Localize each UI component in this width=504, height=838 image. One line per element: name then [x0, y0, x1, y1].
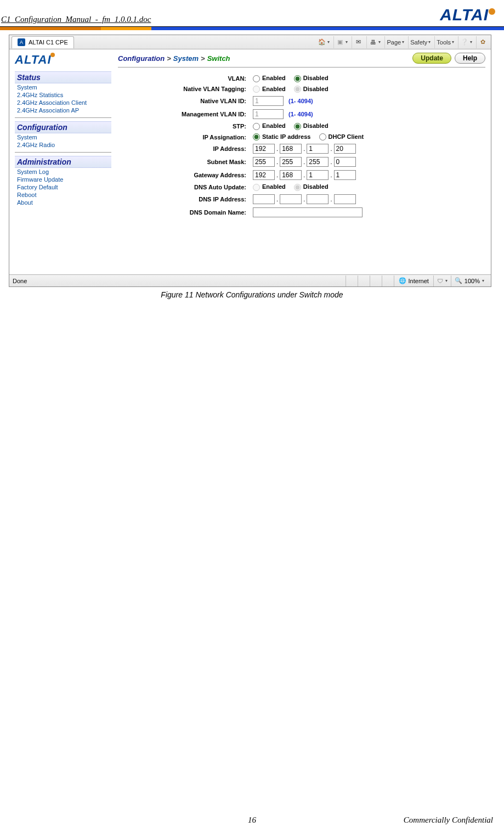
chevron-down-icon: ▾	[346, 40, 348, 44]
nav-link-24ghz-stats[interactable]: 2.4GHz Statistics	[15, 91, 111, 99]
mgmt-vlan-id-input[interactable]	[253, 109, 284, 119]
config-form: VLAN: Enabled Disabled Native VLAN Taggi…	[118, 73, 485, 219]
breadcrumb-system[interactable]: System	[173, 54, 199, 63]
nav-link-reboot[interactable]: Reboot	[15, 191, 111, 199]
vlan-enabled-option[interactable]: Enabled	[253, 75, 292, 81]
dns-octet-3[interactable]	[307, 194, 329, 204]
document-header: C1_Configuration_Manual_-_fm_1.0.0.1.doc…	[0, 0, 504, 27]
breadcrumb-leaf: Switch	[207, 54, 230, 63]
page-menu[interactable]: Page ▾	[384, 36, 406, 48]
print-button[interactable]: 🖶▾	[366, 36, 382, 48]
safety-menu[interactable]: Safety ▾	[408, 36, 432, 48]
dns-auto-disabled-option[interactable]: Disabled	[294, 183, 335, 190]
nav-link-24ghz-radio[interactable]: 2.4GHz Radio	[15, 141, 111, 149]
dns-octet-2[interactable]	[280, 194, 302, 204]
nav-link-about[interactable]: About	[15, 199, 111, 206]
label-vlan: VLAN:	[118, 73, 250, 84]
status-cell	[358, 275, 370, 286]
label-dns-auto-update: DNS Auto Update:	[118, 182, 250, 193]
zone-label: Internet	[409, 278, 429, 284]
mail-button[interactable]: ✉	[352, 36, 364, 48]
stp-disabled-option[interactable]: Disabled	[294, 122, 335, 129]
ip-octet-2[interactable]	[280, 144, 302, 154]
stp-enabled-radio[interactable]	[253, 123, 260, 130]
home-icon: 🏠	[318, 38, 326, 46]
label-native-vlan-tagging: Native VLAN Tagging:	[118, 84, 250, 95]
logo-dot-icon	[50, 53, 55, 57]
nvt-enabled-radio[interactable]	[253, 86, 260, 93]
zone-indicator[interactable]: 🌐 Internet	[394, 275, 433, 286]
zoom-control[interactable]: 🔍 100% ▾	[451, 275, 488, 286]
gw-octet-3[interactable]	[307, 170, 329, 180]
nav-link-24ghz-assoc-ap[interactable]: 2.4GHz Association AP	[15, 106, 111, 114]
vlan-disabled-option[interactable]: Disabled	[294, 75, 335, 81]
protected-mode-indicator[interactable]: 🛡 ▾	[433, 275, 451, 286]
help-button[interactable]: Help	[455, 53, 485, 64]
nav-link-config-system[interactable]: System	[15, 133, 111, 141]
gw-octet-4[interactable]	[334, 170, 356, 180]
nav-link-system[interactable]: System	[15, 83, 111, 91]
help-button[interactable]: ❔▾	[458, 36, 474, 48]
static-ip-radio[interactable]	[253, 133, 260, 140]
label-dns-ip-address: DNS IP Address:	[118, 193, 250, 206]
logo-text: ALTAI	[440, 5, 489, 24]
label-stp: STP:	[118, 121, 250, 132]
dns-auto-enabled-option[interactable]: Enabled	[253, 183, 292, 190]
nav-link-firmware-update[interactable]: Firmware Update	[15, 176, 111, 183]
dns-octet-4[interactable]	[334, 194, 356, 204]
nav-link-24ghz-assoc-client[interactable]: 2.4GHz Association Client	[15, 99, 111, 106]
dns-auto-enabled-radio[interactable]	[253, 184, 260, 191]
document-footer: 16 Commercially Confidential	[0, 815, 504, 825]
rss-icon: ▣	[336, 38, 344, 46]
addon-icon: ✿	[478, 38, 487, 46]
nvt-enabled-option[interactable]: Enabled	[253, 86, 292, 92]
stp-enabled-option[interactable]: Enabled	[253, 122, 292, 129]
dns-auto-disabled-radio[interactable]	[294, 184, 301, 191]
breadcrumb-root: Configuration	[118, 54, 165, 63]
nav-section-status: Status	[15, 71, 111, 83]
native-vlan-id-input[interactable]	[253, 96, 284, 106]
browser-window: A ALTAI C1 CPE 🏠▾ ▣▾ ✉ 🖶▾ Page ▾ Safety …	[9, 35, 491, 287]
ip-octet-4[interactable]	[334, 144, 356, 154]
gateway-address-field: . . .	[250, 168, 485, 182]
print-icon: 🖶	[369, 39, 377, 46]
vlan-disabled-radio[interactable]	[294, 75, 301, 82]
feeds-button[interactable]: ▣▾	[333, 36, 349, 48]
ip-octet-1[interactable]	[253, 144, 275, 154]
nav-divider	[15, 117, 111, 118]
chevron-down-icon: ▾	[428, 40, 431, 44]
dhcp-client-option[interactable]: DHCP Client	[319, 133, 371, 140]
chevron-down-icon: ▾	[482, 278, 484, 283]
logo-dot-icon	[489, 8, 495, 15]
nvt-disabled-radio[interactable]	[294, 86, 301, 93]
mask-octet-4[interactable]	[334, 157, 356, 167]
label-subnet-mask: Subnet Mask:	[118, 155, 250, 168]
main-content: Configuration > System > Switch Update H…	[115, 49, 491, 274]
dns-domain-name-input[interactable]	[253, 207, 363, 217]
label-ip-assignation: IP Assignation:	[118, 132, 250, 143]
mask-octet-3[interactable]	[307, 157, 329, 167]
ip-octet-3[interactable]	[307, 144, 329, 154]
globe-icon: 🌐	[399, 277, 406, 284]
vlan-enabled-radio[interactable]	[253, 75, 260, 82]
home-button[interactable]: 🏠▾	[316, 36, 331, 48]
vlan-range-hint: (1- 4094)	[288, 98, 313, 104]
nav-link-system-log[interactable]: System Log	[15, 168, 111, 176]
nav-link-factory-default[interactable]: Factory Default	[15, 183, 111, 191]
dev-button[interactable]: ✿	[476, 36, 489, 48]
chevron-down-icon: ▾	[402, 40, 404, 44]
mask-octet-1[interactable]	[253, 157, 275, 167]
gw-octet-2[interactable]	[280, 170, 302, 180]
update-button[interactable]: Update	[412, 53, 451, 64]
static-ip-option[interactable]: Static IP address	[253, 133, 317, 140]
stp-disabled-radio[interactable]	[294, 123, 301, 130]
gw-octet-1[interactable]	[253, 170, 275, 180]
tools-menu[interactable]: Tools ▾	[434, 36, 456, 48]
dhcp-client-radio[interactable]	[319, 133, 326, 140]
browser-tab[interactable]: A ALTAI C1 CPE	[12, 36, 74, 48]
app-logo: ALTAI	[15, 53, 111, 67]
status-text: Done	[13, 278, 27, 284]
nvt-disabled-option[interactable]: Disabled	[294, 86, 335, 92]
mask-octet-2[interactable]	[280, 157, 302, 167]
dns-octet-1[interactable]	[253, 194, 275, 204]
